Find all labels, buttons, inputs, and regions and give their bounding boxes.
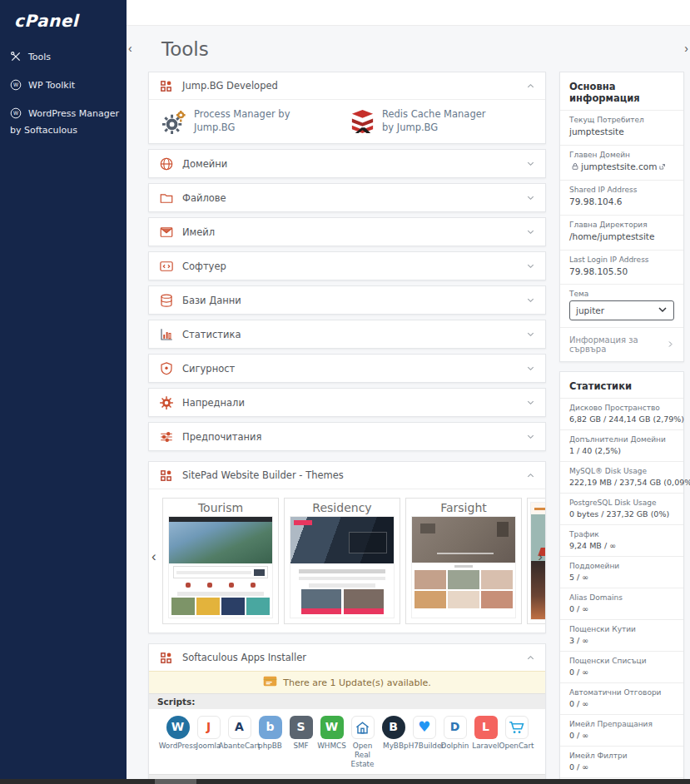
script-item[interactable]: WWHMCS (316, 716, 347, 769)
chevron-down-icon (526, 193, 535, 202)
section-header[interactable]: Имейл (148, 217, 546, 246)
cpanel-app: cPanel Tools WWP Toolkit WWordPress Mana… (0, 0, 690, 784)
cpanel-logo[interactable]: cPanel (0, 0, 127, 44)
stat-item: Допълнителни Домейни 1 / 40 (2,5%) (560, 429, 683, 461)
section-header[interactable]: Софтуер (148, 251, 546, 280)
app-link[interactable]: Redis Cache Manager by Jump.BG (347, 107, 535, 136)
theme-card-tourism[interactable]: Tourism (162, 498, 279, 624)
script-item[interactable]: bphpBB (255, 716, 285, 769)
folder-icon (159, 191, 174, 206)
info-value: 79.98.104.6 (569, 196, 674, 208)
section-label: Предпочитания (182, 431, 261, 443)
section-label: Сигурност (182, 363, 235, 375)
sidebar-nav: Tools WWP Toolkit WWordPress Manager by … (0, 44, 127, 143)
sidebar-item[interactable]: Tools (0, 44, 127, 72)
update-banner[interactable]: There are 1 Update(s) available. (149, 671, 545, 693)
section-sitepad: SitePad Website Builder - Themes ‹ Touri… (148, 461, 546, 633)
stat-value: 0 / ∞ (569, 731, 674, 740)
script-item[interactable]: OpenCart (501, 716, 532, 769)
globe-icon (159, 156, 174, 171)
stat-item: MySQL® Disk Usage 222,19 MB / 237,54 GB … (560, 461, 683, 493)
section-header-softaculous[interactable]: Softaculous Apps Installer (149, 644, 545, 671)
wordpress-icon: W (10, 107, 23, 123)
script-label: WHMCS (317, 742, 346, 751)
sidebar-item[interactable]: WWP Toolkit (0, 72, 127, 101)
script-label: WordPress (159, 742, 197, 751)
stat-label: Alias Domains (569, 593, 674, 602)
theme-name: Tourism (163, 499, 278, 516)
s-openrealestate-icon (351, 716, 375, 739)
stat-label: Трафик (569, 530, 674, 538)
script-label: Open Real Estate (347, 742, 378, 769)
section-softaculous: Softaculous Apps Installer There are 1 U… (148, 643, 546, 784)
info-label: Главна Директория (569, 221, 674, 229)
scripts-prev-button[interactable]: ‹ (128, 42, 132, 55)
svg-text:W: W (13, 110, 18, 116)
info-label: Главен Домейн (569, 151, 674, 159)
section-header[interactable]: Напреднали (148, 388, 546, 417)
last-login-item: Last Login IP Address 79.98.105.50 (560, 250, 683, 285)
stat-label: Поддомейни (569, 562, 674, 570)
info-column: Основна информация Текущ Потребител jump… (559, 72, 684, 784)
server-info-label: Информация за сървъра (569, 335, 667, 354)
theme-card-residency[interactable]: Residency (284, 498, 400, 624)
chevron-down-icon (526, 295, 535, 305)
section-header[interactable]: Сигурност (148, 354, 546, 383)
s-opencart-icon (505, 716, 529, 739)
section-header-sitepad[interactable]: SitePad Website Builder - Themes (149, 462, 545, 489)
theme-select[interactable]: jupiter (569, 300, 674, 320)
sliders-icon (159, 429, 174, 444)
stat-label: MySQL® Disk Usage (569, 467, 674, 475)
sidebar-item-label: WP Toolkit (28, 80, 75, 91)
section-header[interactable]: Бази Данни (148, 285, 546, 315)
carousel-prev-button[interactable]: ‹ (151, 549, 156, 563)
external-link-icon[interactable] (658, 162, 666, 174)
section-header[interactable]: Предпочитания (148, 422, 546, 451)
stat-item: Дисково Пространство 6,82 GB / 244,14 GB… (560, 398, 683, 429)
script-item[interactable]: LLaravel (470, 716, 501, 769)
stat-value: 0 / ∞ (569, 604, 674, 613)
main-domain-item: Главен Домейн jumptestsite.com (560, 145, 683, 181)
chevron-down-icon (526, 261, 535, 270)
script-label: Dolphin (441, 742, 469, 751)
app-link[interactable]: Process Manager by Jump.BG (159, 107, 347, 136)
main-content: Tools Jump.BG Developed Process Manager … (127, 25, 690, 784)
stat-label: PostgreSQL Disk Usage (569, 499, 674, 507)
info-value: 79.98.105.50 (569, 266, 674, 278)
horizontal-scrollbar[interactable] (0, 779, 690, 784)
stat-value: 0 / ∞ (569, 699, 674, 708)
chevron-down-icon (658, 305, 668, 316)
stat-label: Дисково Пространство (569, 404, 674, 412)
script-item[interactable]: AAbanteCart (224, 716, 255, 769)
script-label: AbanteCart (218, 742, 260, 751)
carousel-next-button[interactable]: › (538, 549, 543, 563)
stat-item: Поддомейни 5 / ∞ (560, 556, 683, 588)
main-domain-link[interactable]: jumptestsite.com (581, 161, 657, 171)
scrollbar-thumb[interactable] (155, 779, 196, 784)
section-label: Имейл (182, 226, 215, 238)
section-header[interactable]: Файлове (148, 183, 546, 212)
tools-column: Jump.BG Developed Process Manager by Jum… (148, 72, 546, 784)
sidebar-item[interactable]: WWordPress Manager by Softaculous (0, 101, 127, 143)
script-item[interactable]: Open Real Estate (347, 716, 378, 769)
script-item[interactable]: ♥pH7Builder (409, 716, 439, 769)
script-label: Joomla (196, 742, 221, 751)
jumpbg-apps: Process Manager by Jump.BG Redis Cache M… (149, 99, 545, 143)
section-label: Файлове (182, 192, 226, 204)
s-joomla-icon: J (197, 716, 221, 739)
server-info-link[interactable]: Информация за сървъра (560, 327, 683, 361)
general-info-card: Основна информация Текущ Потребител jump… (559, 72, 684, 362)
chevron-up-icon (526, 82, 535, 91)
script-item[interactable]: WWordPress (162, 716, 193, 769)
scripts-next-button[interactable]: › (684, 42, 688, 55)
theme-card-farsight[interactable]: Farsight (405, 498, 522, 624)
section-header[interactable]: Домейни (148, 149, 546, 178)
script-item[interactable]: SSMF (285, 716, 316, 769)
section-header-jumpbg[interactable]: Jump.BG Developed (149, 72, 545, 99)
stat-value: 1 / 40 (2,5%) (569, 446, 674, 455)
themes-carousel: ‹ Tourism (149, 489, 545, 633)
section-header[interactable]: Статистика (148, 320, 546, 349)
stat-value: 3 / ∞ (569, 636, 674, 645)
script-item[interactable]: DDolphin (439, 716, 470, 769)
script-label: phpBB (258, 742, 282, 751)
